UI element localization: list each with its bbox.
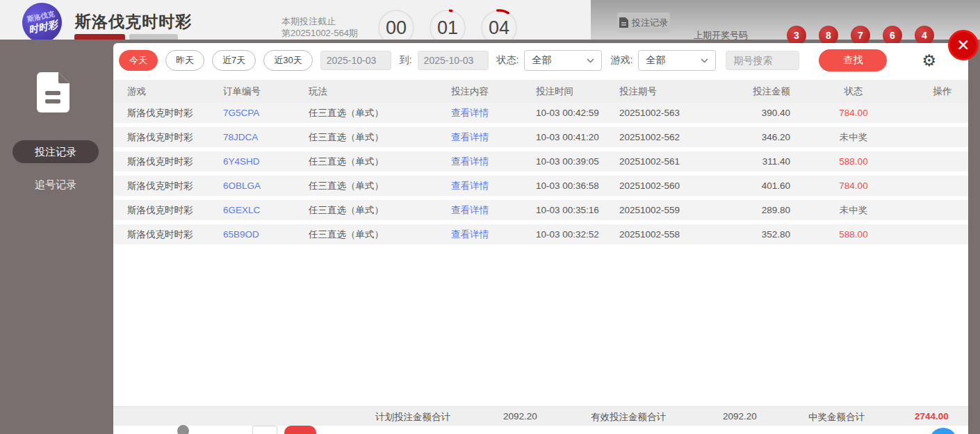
plan-total-label: 计划投注金额合计 bbox=[375, 411, 450, 424]
sidebar-item-bet-records[interactable]: 投注记录 bbox=[13, 140, 99, 163]
cell-bet-period: 20251002-559 bbox=[619, 205, 720, 215]
cell-bet-amount: 289.80 bbox=[720, 205, 790, 215]
win-total-label: 中奖金额合计 bbox=[808, 411, 865, 424]
game-select-value: 全部 bbox=[646, 54, 665, 67]
page-input[interactable] bbox=[252, 426, 277, 434]
pagination-row bbox=[113, 424, 968, 434]
cell-play-type: 任三直选（单式） bbox=[309, 180, 451, 192]
col-period: 投注期号 bbox=[619, 85, 720, 98]
cell-bet-time: 10-03 00:35:16 bbox=[536, 205, 619, 215]
view-details-link[interactable]: 查看详情 bbox=[451, 228, 536, 241]
table-row: 斯洛伐克时时彩 65B9OD 任三直选（单式） 查看详情 10-03 00:32… bbox=[113, 224, 968, 244]
status-select[interactable]: 全部 bbox=[524, 50, 602, 71]
col-status: 状态 bbox=[790, 85, 917, 98]
document-icon bbox=[619, 17, 628, 28]
order-number-link[interactable]: 6Y4SHD bbox=[223, 156, 309, 167]
countdown-minutes-high: 00 bbox=[377, 9, 415, 40]
filter-7days-button[interactable]: 近7天 bbox=[212, 50, 256, 71]
view-details-link[interactable]: 查看详情 bbox=[451, 156, 536, 168]
prev-draw-balls: 38764 bbox=[787, 26, 934, 45]
order-number-link[interactable]: 6GEXLC bbox=[223, 205, 309, 215]
period-search-input[interactable] bbox=[726, 51, 799, 70]
cell-status: 588.00 bbox=[790, 229, 917, 240]
filter-30days-button[interactable]: 近30天 bbox=[263, 50, 312, 71]
table-row: 斯洛伐克时时彩 6OBLGA 任三直选（单式） 查看详情 10-03 00:36… bbox=[113, 176, 968, 196]
date-to-input[interactable] bbox=[418, 51, 489, 70]
cell-status: 784.00 bbox=[790, 108, 917, 118]
col-game: 游戏 bbox=[113, 85, 223, 98]
game-label: 游戏: bbox=[610, 54, 632, 67]
view-details-link[interactable]: 查看详情 bbox=[451, 180, 536, 192]
table-row: 斯洛伐克时时彩 7G5CPA 任三直选（单式） 查看详情 10-03 00:42… bbox=[113, 103, 968, 123]
filter-bar: 今天 昨天 近7天 近30天 到: 状态: 全部 游戏: 全部 查找 ⚙ bbox=[113, 43, 968, 78]
cell-bet-amount: 311.40 bbox=[720, 156, 790, 167]
close-icon[interactable]: ✕ bbox=[948, 30, 979, 60]
cell-play-type: 任三直选（单式） bbox=[309, 107, 451, 119]
cell-bet-time: 10-03 00:41:20 bbox=[536, 132, 619, 142]
table-row: 斯洛伐克时时彩 78JDCA 任三直选（单式） 查看详情 10-03 00:41… bbox=[113, 127, 968, 147]
order-number-link[interactable]: 6OBLGA bbox=[223, 181, 309, 191]
cell-bet-amount: 401.60 bbox=[720, 181, 790, 191]
cell-play-type: 任三直选（单式） bbox=[309, 228, 451, 241]
countdown-seconds: 04 bbox=[480, 9, 518, 40]
col-amount: 投注金额 bbox=[720, 85, 790, 98]
search-button[interactable]: 查找 bbox=[819, 49, 887, 72]
cell-game: 斯洛伐克时时彩 bbox=[113, 107, 223, 119]
lottery-ball: 4 bbox=[915, 26, 934, 45]
date-from-input[interactable] bbox=[320, 51, 391, 70]
valid-total-label: 有效投注金额合计 bbox=[591, 411, 666, 424]
order-number-link[interactable]: 65B9OD bbox=[223, 229, 309, 240]
order-number-link[interactable]: 7G5CPA bbox=[223, 108, 309, 118]
cell-bet-time: 10-03 00:42:59 bbox=[536, 108, 619, 118]
col-order: 订单编号 bbox=[223, 85, 309, 98]
cell-bet-amount: 390.40 bbox=[720, 108, 790, 118]
view-details-link[interactable]: 查看详情 bbox=[451, 131, 536, 144]
cell-game: 斯洛伐克时时彩 bbox=[113, 228, 223, 241]
table-row: 斯洛伐克时时彩 6GEXLC 任三直选（单式） 查看详情 10-03 00:35… bbox=[113, 200, 968, 220]
cell-bet-period: 20251002-558 bbox=[619, 229, 720, 240]
refresh-icon[interactable] bbox=[177, 425, 189, 434]
view-details-link[interactable]: 查看详情 bbox=[451, 204, 536, 217]
cell-bet-time: 10-03 00:32:52 bbox=[536, 229, 619, 240]
cell-play-type: 任三直选（单式） bbox=[309, 156, 451, 168]
bet-records-modal: 今天 昨天 近7天 近30天 到: 状态: 全部 游戏: 全部 查找 ⚙ 游戏 … bbox=[113, 43, 968, 434]
status-label: 状态: bbox=[497, 54, 519, 67]
status-select-value: 全部 bbox=[532, 54, 551, 67]
cell-game: 斯洛伐克时时彩 bbox=[113, 204, 223, 217]
countdown-timer: 00 01 04 bbox=[377, 9, 518, 40]
valid-total-value: 2092.20 bbox=[723, 411, 757, 422]
game-select[interactable]: 全部 bbox=[638, 50, 716, 71]
gear-icon[interactable]: ⚙ bbox=[922, 51, 936, 69]
lottery-ball: 3 bbox=[787, 26, 806, 45]
filter-yesterday-button[interactable]: 昨天 bbox=[165, 50, 204, 71]
cell-bet-amount: 346.20 bbox=[720, 132, 790, 142]
cell-status: 未中奖 bbox=[790, 204, 917, 217]
sidebar-item-chase-records[interactable]: 追号记录 bbox=[13, 173, 99, 196]
page-go-button[interactable] bbox=[284, 426, 316, 434]
cell-play-type: 任三直选（单式） bbox=[309, 131, 451, 144]
col-time: 投注时间 bbox=[536, 85, 619, 98]
cell-game: 斯洛伐克时时彩 bbox=[113, 156, 223, 168]
col-content: 投注内容 bbox=[451, 85, 536, 98]
totals-bar: 计划投注金额合计 2092.20 有效投注金额合计 2092.20 中奖金额合计… bbox=[113, 406, 968, 426]
deadline-label: 本期投注截止 bbox=[281, 15, 358, 27]
cell-bet-time: 10-03 00:39:05 bbox=[536, 156, 619, 167]
plan-total-value: 2092.20 bbox=[503, 411, 537, 422]
cell-status: 未中奖 bbox=[790, 131, 917, 144]
cell-bet-period: 20251002-562 bbox=[619, 132, 720, 142]
cell-bet-time: 10-03 00:36:58 bbox=[536, 181, 619, 191]
filter-today-button[interactable]: 今天 bbox=[119, 50, 158, 71]
lottery-ball: 8 bbox=[819, 26, 838, 45]
cell-status: 588.00 bbox=[790, 156, 917, 167]
cell-game: 斯洛伐克时时彩 bbox=[113, 131, 223, 144]
bet-record-button-label: 投注记录 bbox=[632, 17, 668, 29]
bet-record-button[interactable]: 投注记录 bbox=[617, 12, 670, 33]
prev-draw-label: 上期开奖号码 bbox=[694, 29, 748, 42]
lottery-ball: 6 bbox=[883, 26, 902, 45]
cell-bet-period: 20251002-560 bbox=[619, 181, 720, 191]
header-red-button-cut[interactable] bbox=[74, 34, 125, 40]
header-gray-button-cut[interactable] bbox=[129, 34, 178, 40]
view-details-link[interactable]: 查看详情 bbox=[451, 107, 536, 119]
win-total-value: 2744.00 bbox=[915, 411, 949, 422]
order-number-link[interactable]: 78JDCA bbox=[223, 132, 309, 142]
